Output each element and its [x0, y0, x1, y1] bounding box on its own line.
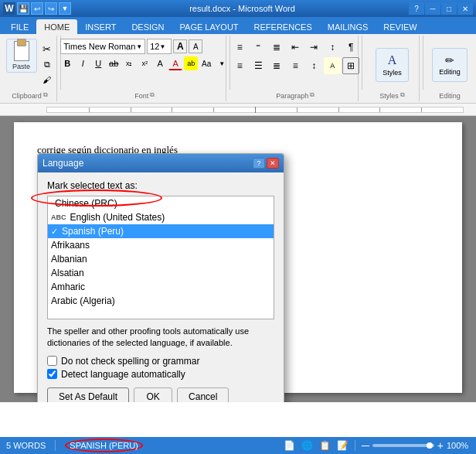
underline-button[interactable]: U — [91, 56, 105, 70]
dialog-help-button[interactable]: ? — [253, 158, 265, 169]
align-center-button[interactable]: ☰ — [250, 57, 267, 74]
editing-group-label: Editing — [439, 92, 461, 100]
minimize-button[interactable]: ─ — [425, 2, 440, 15]
copy-button[interactable]: ⧉ — [40, 57, 54, 71]
font-expand-icon[interactable]: ⧉ — [150, 91, 155, 99]
zoom-slider[interactable] — [372, 444, 434, 447]
subscript-button[interactable]: x₂ — [122, 56, 136, 70]
tab-home[interactable]: HOME — [36, 19, 77, 34]
cut-button[interactable]: ✂ — [40, 42, 54, 56]
customize-icon[interactable]: ▼ — [59, 2, 71, 15]
dialog-close-button[interactable]: ✕ — [267, 158, 279, 169]
status-bar: 5 WORDS SPANISH (PERU) 📄 🌐 📋 📝 ─ + 100% — [0, 437, 476, 454]
indent-increase-button[interactable]: ⇥ — [305, 39, 322, 56]
bullets-button[interactable]: ≡ — [231, 39, 248, 56]
tab-references[interactable]: REFERENCES — [246, 19, 320, 34]
font-size-value: 12 — [150, 42, 159, 51]
para-expand-icon[interactable]: ⧉ — [310, 91, 314, 99]
alsatian-name: Alsatian — [51, 268, 84, 278]
text-color-button[interactable]: A — [168, 56, 182, 70]
italic-button[interactable]: I — [76, 56, 90, 70]
dialog-description: The speller and other proofing tools aut… — [47, 326, 274, 350]
lang-item-alsatian[interactable]: Alsatian — [48, 266, 274, 280]
cancel-button[interactable]: Cancel — [177, 387, 229, 402]
zoom-minus-button[interactable]: ─ — [362, 439, 369, 452]
zoom-plus-button[interactable]: + — [437, 439, 444, 452]
lang-item-afrikaans[interactable]: Afrikaans — [48, 238, 274, 252]
tab-review[interactable]: REVIEW — [376, 19, 424, 34]
editing-button[interactable]: ✏ Editing — [432, 48, 468, 82]
ribbon-divider-4 — [423, 36, 423, 90]
paragraph-marks-button[interactable]: ¶ — [342, 39, 359, 56]
detect-lang-checkbox[interactable] — [47, 369, 57, 379]
view-print-icon[interactable]: 📄 — [284, 440, 295, 451]
tab-file[interactable]: FILE — [3, 19, 36, 34]
font-size-dropdown-icon[interactable]: ▼ — [159, 43, 165, 50]
font-case-dropdown[interactable]: ▼ — [215, 56, 229, 70]
font-shrink-button[interactable]: A — [189, 39, 202, 53]
ok-button[interactable]: OK — [134, 387, 172, 402]
para-group-content: ≡ ⁼ ≣ ⇤ ⇥ ↕ ¶ ≡ ☰ ≣ ≡ ↕ A ⊞ — [231, 37, 359, 90]
word-icon: W — [3, 2, 15, 15]
tab-mailings[interactable]: MAILINGS — [320, 19, 376, 34]
strikethrough-button[interactable]: ab — [107, 56, 121, 70]
english-name: English (United States) — [70, 212, 165, 223]
redo-icon[interactable]: ↪ — [45, 2, 57, 15]
tab-insert[interactable]: INSERT — [77, 19, 124, 34]
amharic-name: Amharic — [51, 282, 85, 292]
lang-item-amharic[interactable]: Amharic — [48, 280, 274, 294]
align-right-button[interactable]: ≣ — [268, 57, 285, 74]
spanish-peru-name: Spanish (Peru) — [62, 226, 124, 237]
no-spell-label[interactable]: Do not check spelling or grammar — [61, 356, 199, 367]
status-divider-1 — [55, 440, 56, 451]
font-name-input[interactable]: Times New Roman ▼ — [60, 39, 145, 54]
styles-button[interactable]: A Styles — [376, 48, 409, 82]
language-list-container[interactable]: Chinese (PRC) ABC English (United States… — [47, 196, 274, 319]
detect-lang-label[interactable]: Detect language automatically — [61, 369, 185, 380]
lang-item-albanian[interactable]: Albanian — [48, 252, 274, 266]
line-spacing-button[interactable]: ↕ — [305, 57, 322, 74]
sort-button[interactable]: ↕ — [324, 39, 341, 56]
highlight-button[interactable]: ab — [184, 56, 198, 70]
paste-button[interactable]: Paste — [6, 39, 37, 73]
lang-item-arabic-algeria[interactable]: Arabic (Algeria) — [48, 294, 274, 308]
font-size-input[interactable]: 12 ▼ — [147, 39, 172, 54]
justify-button[interactable]: ≡ — [287, 57, 304, 74]
no-spell-checkbox[interactable] — [47, 356, 57, 366]
view-web-icon[interactable]: 🌐 — [301, 440, 313, 451]
shading-button[interactable]: A — [324, 57, 341, 74]
font-case-button[interactable]: Aa — [199, 56, 213, 70]
save-icon[interactable]: 💾 — [17, 2, 29, 15]
tab-page-layout[interactable]: PAGE LAYOUT — [172, 19, 246, 34]
view-outline-icon[interactable]: 📋 — [319, 440, 331, 451]
lang-item-english[interactable]: ABC English (United States) — [48, 210, 274, 224]
undo-icon[interactable]: ↩ — [31, 2, 43, 15]
numbered-list-button[interactable]: ⁼ — [250, 39, 267, 56]
clear-format-button[interactable]: A — [153, 56, 167, 70]
clipboard-expand-icon[interactable]: ⧉ — [43, 91, 48, 99]
multilevel-list-button[interactable]: ≣ — [268, 39, 285, 56]
font-grow-button[interactable]: A — [173, 39, 187, 53]
help-button[interactable]: ? — [409, 2, 424, 15]
tab-design[interactable]: DESIGN — [124, 19, 172, 34]
bold-button[interactable]: B — [60, 56, 74, 70]
font-label: Font — [134, 92, 148, 100]
align-left-button[interactable]: ≡ — [231, 57, 248, 74]
format-painter-button[interactable]: 🖌 — [40, 73, 54, 87]
language-item[interactable]: SPANISH (PERU) — [65, 439, 142, 452]
set-default-button[interactable]: Set As Default — [47, 387, 129, 402]
font-name-dropdown-icon[interactable]: ▼ — [136, 43, 142, 50]
view-draft-icon[interactable]: 📝 — [337, 440, 348, 451]
indent-decrease-button[interactable]: ⇤ — [287, 39, 304, 56]
lang-item-chinese[interactable]: Chinese (PRC) — [48, 196, 274, 210]
borders-button[interactable]: ⊞ — [342, 57, 359, 74]
close-button[interactable]: ✕ — [457, 2, 473, 15]
window-title: result.docx - Microsoft Word — [76, 4, 409, 13]
superscript-button[interactable]: x² — [138, 56, 151, 70]
ruler-tick — [421, 108, 422, 112]
styles-expand-icon[interactable]: ⧉ — [400, 91, 405, 99]
editing-label-row: Editing — [439, 90, 461, 100]
font-group: Times New Roman ▼ 12 ▼ A A B I U ab x₂ x… — [64, 36, 226, 101]
lang-item-spanish-peru[interactable]: ✓ Spanish (Peru) — [48, 224, 274, 238]
maximize-button[interactable]: □ — [441, 2, 457, 15]
